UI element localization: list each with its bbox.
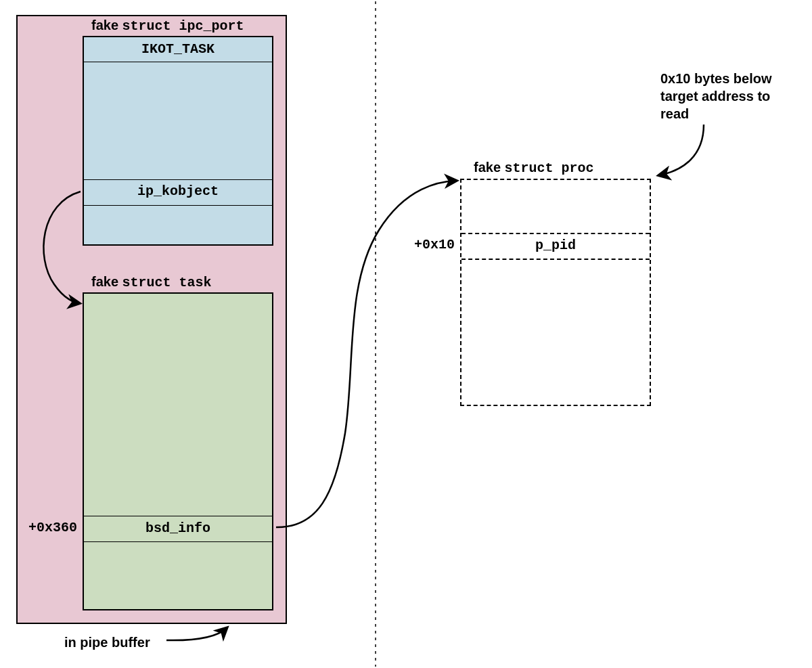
ip-kobject-field: ip_kobject [84, 183, 272, 199]
proc-offset-label: +0x10 [403, 237, 455, 252]
arrow-annotation-to-proc [659, 125, 704, 175]
proc-header-mono: struct proc [505, 160, 594, 176]
annotation-line1: 0x10 bytes below [660, 71, 772, 86]
ipc-port-struct: IKOT_TASK ip_kobject [83, 36, 273, 246]
arrow-bsdinfo-to-proc [276, 181, 456, 527]
annotation-line2: target address to [660, 89, 770, 104]
task-header-mono: struct task [122, 275, 212, 290]
p-pid-field: p_pid [461, 238, 650, 253]
ipc-port-header: fake struct ipc_port [91, 18, 244, 34]
annotation-text: 0x10 bytes below target address to read [660, 70, 803, 123]
annotation-line3: read [660, 106, 689, 121]
ipc-port-header-prefix: fake [91, 18, 122, 32]
task-header-prefix: fake [91, 274, 122, 289]
task-struct: bsd_info [83, 292, 273, 610]
proc-header-prefix: fake [474, 160, 505, 175]
bsd-info-field: bsd_info [84, 520, 272, 536]
proc-struct: p_pid [460, 179, 651, 406]
diagram-canvas: fake struct ipc_port IKOT_TASK ip_kobjec… [0, 0, 812, 668]
ipc-port-header-mono: struct ipc_port [122, 18, 244, 34]
ikot-task-field: IKOT_TASK [84, 41, 272, 57]
pipe-buffer-label: in pipe buffer [64, 633, 150, 651]
arrow-pipebuffer-to-container [166, 628, 227, 640]
task-header: fake struct task [91, 274, 212, 290]
task-offset-label: +0x360 [20, 520, 77, 535]
proc-header: fake struct proc [474, 160, 594, 176]
